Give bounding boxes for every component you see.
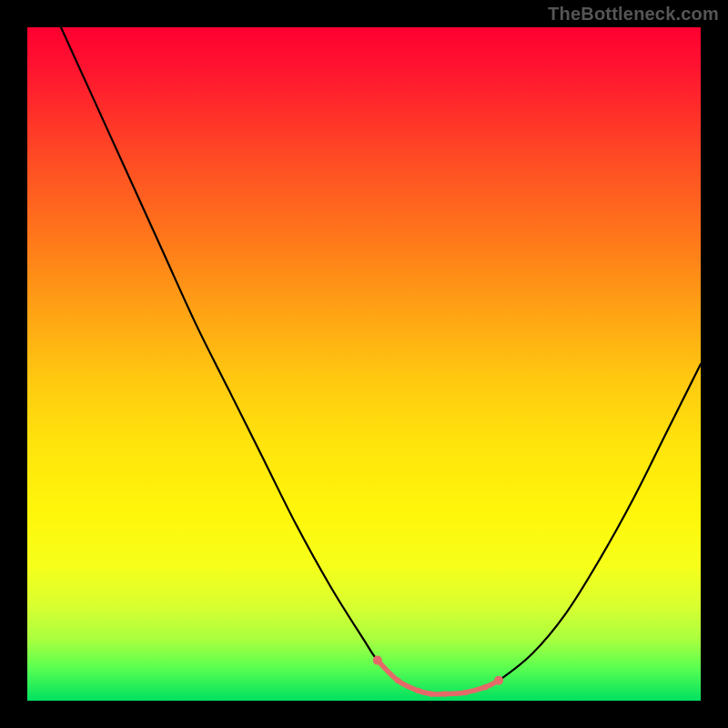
optimal-zone-dot: [415, 688, 420, 693]
watermark-text: TheBottleneck.com: [548, 4, 719, 25]
optimal-zone-dot: [395, 678, 400, 683]
optimal-zone-dot: [373, 656, 382, 665]
optimal-zone-dot: [462, 690, 468, 695]
optimal-zone-markers: [373, 656, 503, 697]
optimal-zone-line: [378, 661, 499, 694]
optimal-zone-dot: [442, 691, 448, 696]
optimal-zone-dot: [429, 691, 434, 696]
chart-frame: TheBottleneck.com: [0, 0, 728, 728]
plot-area: [27, 27, 701, 701]
optimal-zone-dot: [482, 684, 488, 690]
optimal-zone-dot: [494, 676, 503, 685]
bottleneck-curve: [61, 27, 701, 694]
chart-svg: [27, 27, 701, 701]
